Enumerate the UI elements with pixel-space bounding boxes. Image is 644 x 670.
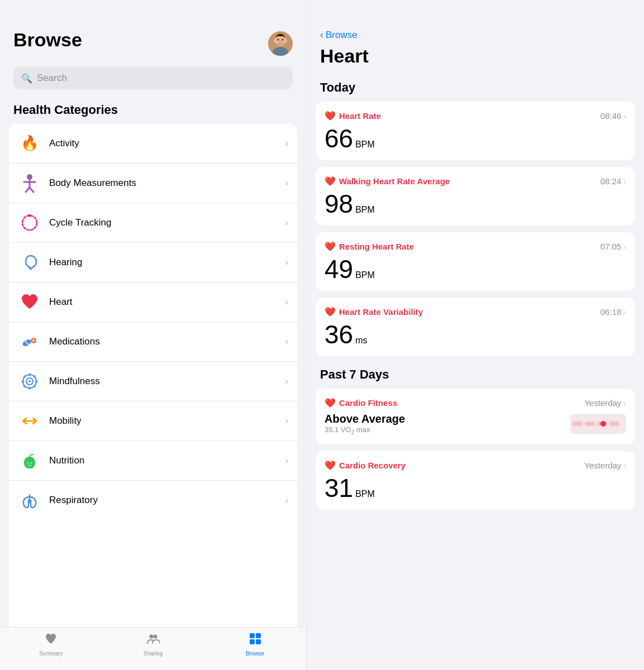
- heart-rate-title-row: ❤️ Heart Rate: [325, 111, 381, 121]
- body-measurements-chevron: ›: [285, 178, 288, 188]
- resting-heart-rate-unit: BPM: [355, 270, 375, 280]
- browse-tab-label: Browse: [246, 650, 264, 657]
- svg-point-46: [600, 421, 606, 427]
- respiratory-label: Respiratory: [49, 495, 285, 506]
- hrv-card[interactable]: ❤️ Heart Rate Variability 06:18 › 36 ms: [316, 298, 635, 356]
- cardio-recovery-chevron: ›: [623, 461, 626, 470]
- cardio-fitness-heart-icon: ❤️: [325, 398, 336, 408]
- cardio-fitness-content: Above Average 35.1 VO2 max: [325, 413, 626, 436]
- svg-point-36: [154, 635, 158, 639]
- cardio-fitness-time-row: Yesterday ›: [584, 398, 626, 408]
- cardio-fitness-title-row: ❤️ Cardio Fitness: [325, 398, 397, 408]
- cardio-fitness-text: Above Average 35.1 VO2 max: [325, 413, 405, 436]
- svg-rect-42: [573, 422, 583, 426]
- avatar-image: [268, 31, 293, 56]
- resting-heart-rate-card-header: ❤️ Resting Heart Rate 07:05 ›: [325, 241, 626, 252]
- cardio-fitness-card-header: ❤️ Cardio Fitness Yesterday ›: [325, 398, 626, 408]
- sidebar-item-body-measurements[interactable]: Body Measurements ›: [9, 164, 297, 203]
- heart-chevron: ›: [285, 297, 288, 307]
- svg-point-29: [34, 375, 36, 378]
- left-header: Browse: [0, 0, 306, 63]
- walking-heart-rate-time-row: 08:24 ›: [600, 176, 626, 186]
- cardio-recovery-card[interactable]: ❤️ Cardio Recovery Yesterday › 31 BPM: [316, 451, 635, 510]
- sidebar-item-cycle-tracking[interactable]: Cycle Tracking ›: [9, 203, 297, 243]
- svg-point-17: [28, 266, 31, 269]
- resting-heart-rate-title-row: ❤️ Resting Heart Rate: [325, 241, 414, 252]
- walking-heart-rate-value-row: 98 BPM: [325, 191, 626, 217]
- heart-page-title: Heart: [307, 43, 644, 76]
- hrv-time: 06:18: [600, 307, 622, 317]
- sidebar-item-heart[interactable]: Heart ›: [9, 283, 297, 322]
- browse-title: Browse: [13, 29, 82, 51]
- heart-rate-unit: BPM: [355, 140, 375, 150]
- back-nav[interactable]: ‹ Browse: [307, 0, 644, 43]
- back-chevron-icon: ‹: [320, 29, 323, 41]
- hrv-chevron: ›: [623, 308, 626, 317]
- heart-rate-card-header: ❤️ Heart Rate 08:46 ›: [325, 111, 626, 121]
- tab-sharing[interactable]: Sharing: [102, 632, 204, 657]
- sidebar-item-nutrition[interactable]: Nutrition ›: [9, 441, 297, 481]
- medications-icon: [18, 330, 41, 353]
- sharing-tab-label: Sharing: [144, 650, 163, 657]
- left-panel: Browse: [0, 0, 306, 670]
- walking-heart-rate-unit: BPM: [355, 205, 375, 215]
- walking-heart-rate-card-header: ❤️ Walking Heart Rate Average 08:24 ›: [325, 176, 626, 186]
- cardio-recovery-value-row: 31 BPM: [325, 475, 626, 501]
- sidebar-item-medications[interactable]: Medications ›: [9, 322, 297, 362]
- resting-heart-rate-card[interactable]: ❤️ Resting Heart Rate 07:05 › 49 BPM: [316, 232, 635, 291]
- svg-line-14: [30, 188, 34, 192]
- sidebar-item-activity[interactable]: 🔥 Activity ›: [9, 124, 297, 164]
- cycle-tracking-label: Cycle Tracking: [49, 217, 285, 228]
- cardio-recovery-time: Yesterday: [584, 461, 621, 470]
- nutrition-label: Nutrition: [49, 455, 285, 466]
- heart-category-icon: [18, 290, 41, 314]
- svg-point-24: [28, 374, 31, 376]
- svg-point-3: [284, 39, 287, 43]
- cardio-recovery-time-row: Yesterday ›: [584, 461, 626, 470]
- heart-label: Heart: [49, 296, 285, 308]
- avatar[interactable]: [268, 31, 293, 56]
- search-bar[interactable]: 🔍 Search: [13, 67, 293, 89]
- sidebar-item-mobility[interactable]: Mobility ›: [9, 401, 297, 441]
- cardio-fitness-card[interactable]: ❤️ Cardio Fitness Yesterday › Above Aver…: [316, 389, 635, 444]
- sidebar-item-respiratory[interactable]: Respiratory ›: [9, 481, 297, 520]
- svg-rect-45: [609, 422, 619, 426]
- heart-rate-title: Heart Rate: [339, 111, 381, 121]
- sidebar-item-mindfulness[interactable]: Mindfulness ›: [9, 362, 297, 401]
- activity-icon: 🔥: [18, 132, 41, 155]
- svg-point-20: [32, 339, 35, 342]
- walking-heart-rate-card[interactable]: ❤️ Walking Heart Rate Average 08:24 › 98…: [316, 167, 635, 226]
- health-categories-title: Health Categories: [0, 98, 306, 124]
- heart-rate-chevron: ›: [623, 112, 626, 121]
- svg-rect-43: [585, 422, 595, 426]
- walking-heart-rate-chevron: ›: [623, 177, 626, 186]
- cardio-recovery-card-header: ❤️ Cardio Recovery Yesterday ›: [325, 460, 626, 471]
- cardio-recovery-unit: BPM: [355, 489, 375, 499]
- tab-summary[interactable]: Summary: [0, 632, 102, 657]
- cycle-tracking-icon: [18, 211, 41, 234]
- mobility-chevron: ›: [285, 416, 288, 426]
- svg-point-27: [35, 380, 38, 383]
- mobility-label: Mobility: [49, 415, 285, 427]
- svg-point-26: [22, 380, 25, 383]
- hearing-label: Hearing: [49, 257, 285, 268]
- walking-heart-rate-heart-icon: ❤️: [325, 176, 336, 186]
- svg-point-25: [28, 387, 31, 390]
- resting-heart-rate-time: 07:05: [600, 242, 622, 251]
- heart-rate-card[interactable]: ❤️ Heart Rate 08:46 › 66 BPM: [316, 102, 635, 160]
- hrv-value-row: 36 ms: [325, 322, 626, 347]
- sidebar-item-hearing[interactable]: Hearing ›: [9, 243, 297, 283]
- mobility-icon: [18, 409, 41, 433]
- cardio-recovery-title: Cardio Recovery: [339, 461, 406, 470]
- svg-point-28: [23, 375, 26, 378]
- resting-heart-rate-value: 49: [325, 256, 353, 282]
- resting-heart-rate-heart-icon: ❤️: [325, 241, 336, 252]
- tab-browse[interactable]: Browse: [204, 632, 306, 657]
- heart-rate-time-row: 08:46 ›: [600, 111, 626, 121]
- svg-point-33: [27, 462, 29, 464]
- search-placeholder: Search: [37, 73, 67, 84]
- respiratory-chevron: ›: [285, 495, 288, 505]
- svg-point-34: [31, 462, 32, 464]
- svg-point-15: [22, 216, 37, 230]
- hrv-title: Heart Rate Variability: [339, 307, 423, 317]
